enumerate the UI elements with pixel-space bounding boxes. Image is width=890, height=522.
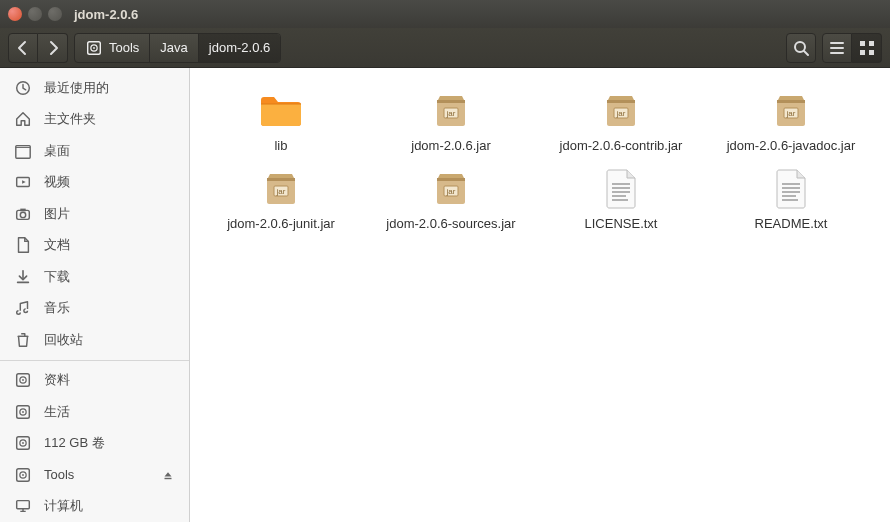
file-item[interactable]: LICENSE.txt bbox=[536, 162, 706, 240]
sidebar-place-item[interactable]: 112 GB 卷 bbox=[0, 427, 189, 459]
search-button[interactable] bbox=[786, 33, 816, 63]
disk-icon bbox=[14, 466, 32, 484]
file-pane[interactable]: libjdom-2.0.6.jarjdom-2.0.6-contrib.jarj… bbox=[190, 68, 890, 522]
file-item[interactable]: jdom-2.0.6-sources.jar bbox=[366, 162, 536, 240]
file-name-label: LICENSE.txt bbox=[585, 216, 658, 232]
sidebar-item-label: 视频 bbox=[44, 173, 70, 191]
sidebar-item-label: 资料 bbox=[44, 371, 70, 389]
back-button[interactable] bbox=[8, 33, 38, 63]
breadcrumb-root[interactable]: Tools bbox=[75, 34, 150, 62]
file-item[interactable]: lib bbox=[196, 84, 366, 162]
disk-icon bbox=[14, 403, 32, 421]
sidebar-place-item[interactable]: 回收站 bbox=[0, 324, 189, 356]
sidebar-place-item[interactable]: 音乐 bbox=[0, 293, 189, 325]
sidebar-item-label: 主文件夹 bbox=[44, 110, 96, 128]
clock-icon bbox=[14, 79, 32, 97]
music-icon bbox=[14, 299, 32, 317]
download-icon bbox=[14, 268, 32, 286]
window-minimize-button[interactable] bbox=[28, 7, 42, 21]
nav-history-group bbox=[8, 33, 68, 63]
sidebar-place-item[interactable]: 最近使用的 bbox=[0, 72, 189, 104]
sidebar-item-label: Tools bbox=[44, 467, 74, 482]
trash-icon bbox=[14, 331, 32, 349]
sidebar-place-item[interactable]: 文档 bbox=[0, 230, 189, 262]
icon-view-button[interactable] bbox=[852, 33, 882, 63]
breadcrumb-segment[interactable]: jdom-2.0.6 bbox=[199, 34, 280, 62]
text-icon bbox=[767, 164, 815, 212]
file-item[interactable]: README.txt bbox=[706, 162, 876, 240]
eject-button[interactable] bbox=[161, 468, 175, 482]
window-title: jdom-2.0.6 bbox=[74, 7, 138, 22]
sidebar-place-item[interactable]: 图片 bbox=[0, 198, 189, 230]
titlebar: jdom-2.0.6 bbox=[0, 0, 890, 28]
view-mode-group bbox=[822, 33, 882, 63]
search-icon bbox=[791, 38, 811, 58]
desktop-icon bbox=[14, 142, 32, 160]
breadcrumb-segment[interactable]: Java bbox=[150, 34, 198, 62]
sidebar-item-label: 图片 bbox=[44, 205, 70, 223]
sidebar-item-label: 下载 bbox=[44, 268, 70, 286]
list-view-button[interactable] bbox=[822, 33, 852, 63]
window-maximize-button[interactable] bbox=[48, 7, 62, 21]
jar-icon bbox=[427, 164, 475, 212]
disk-icon bbox=[85, 39, 103, 57]
file-name-label: lib bbox=[274, 138, 287, 154]
file-name-label: jdom-2.0.6-javadoc.jar bbox=[727, 138, 856, 154]
sidebar-item-label: 最近使用的 bbox=[44, 79, 109, 97]
folder-icon bbox=[257, 86, 305, 134]
file-item[interactable]: jdom-2.0.6-javadoc.jar bbox=[706, 84, 876, 162]
window-close-button[interactable] bbox=[8, 7, 22, 21]
chevron-right-icon bbox=[43, 38, 63, 58]
toolbar: ToolsJavajdom-2.0.6 bbox=[0, 28, 890, 68]
chevron-left-icon bbox=[13, 38, 33, 58]
file-name-label: jdom-2.0.6-contrib.jar bbox=[560, 138, 683, 154]
file-name-label: jdom-2.0.6-sources.jar bbox=[386, 216, 515, 232]
path-breadcrumb: ToolsJavajdom-2.0.6 bbox=[74, 33, 281, 63]
sidebar-item-label: 112 GB 卷 bbox=[44, 434, 105, 452]
file-name-label: README.txt bbox=[755, 216, 828, 232]
file-name-label: jdom-2.0.6.jar bbox=[411, 138, 490, 154]
file-item[interactable]: jdom-2.0.6.jar bbox=[366, 84, 536, 162]
sidebar-item-label: 桌面 bbox=[44, 142, 70, 160]
sidebar-place-item[interactable]: 资料 bbox=[0, 364, 189, 396]
sidebar-separator bbox=[0, 360, 189, 361]
sidebar-item-label: 音乐 bbox=[44, 299, 70, 317]
places-sidebar: 最近使用的主文件夹桌面视频图片文档下载音乐回收站资料生活112 GB 卷Tool… bbox=[0, 68, 190, 522]
video-icon bbox=[14, 173, 32, 191]
file-item[interactable]: jdom-2.0.6-contrib.jar bbox=[536, 84, 706, 162]
text-icon bbox=[597, 164, 645, 212]
sidebar-place-item[interactable]: 桌面 bbox=[0, 135, 189, 167]
sidebar-item-label: 计算机 bbox=[44, 497, 83, 515]
disk-icon bbox=[14, 434, 32, 452]
document-icon bbox=[14, 236, 32, 254]
camera-icon bbox=[14, 205, 32, 223]
sidebar-item-label: 文档 bbox=[44, 236, 70, 254]
file-grid: libjdom-2.0.6.jarjdom-2.0.6-contrib.jarj… bbox=[196, 84, 884, 239]
jar-icon bbox=[257, 164, 305, 212]
jar-icon bbox=[767, 86, 815, 134]
sidebar-item-label: 生活 bbox=[44, 403, 70, 421]
jar-icon bbox=[427, 86, 475, 134]
jar-icon bbox=[597, 86, 645, 134]
list-icon bbox=[827, 38, 847, 58]
grid-icon bbox=[857, 38, 877, 58]
home-icon bbox=[14, 110, 32, 128]
forward-button[interactable] bbox=[38, 33, 68, 63]
file-item[interactable]: jdom-2.0.6-junit.jar bbox=[196, 162, 366, 240]
computer-icon bbox=[14, 497, 32, 515]
sidebar-item-label: 回收站 bbox=[44, 331, 83, 349]
sidebar-place-item[interactable]: 生活 bbox=[0, 396, 189, 428]
sidebar-place-item[interactable]: Tools bbox=[0, 459, 189, 491]
sidebar-place-item[interactable]: 主文件夹 bbox=[0, 104, 189, 136]
sidebar-place-item[interactable]: 计算机 bbox=[0, 490, 189, 522]
sidebar-place-item[interactable]: 下载 bbox=[0, 261, 189, 293]
disk-icon bbox=[14, 371, 32, 389]
sidebar-place-item[interactable]: 视频 bbox=[0, 167, 189, 199]
file-name-label: jdom-2.0.6-junit.jar bbox=[227, 216, 335, 232]
